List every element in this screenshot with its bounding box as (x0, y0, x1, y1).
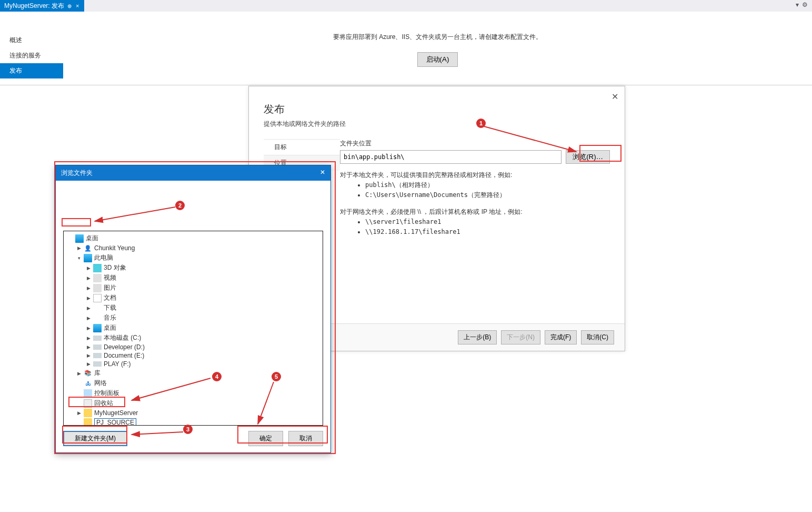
folder3d-icon (93, 264, 102, 272)
help-local-ex2: C:\Users\Username\Documents（完整路径） (365, 190, 610, 200)
download-icon (93, 304, 102, 312)
sidebar-item-publish[interactable]: 发布 (0, 63, 63, 78)
folder-location-label: 文件夹位置 (340, 139, 610, 148)
new-folder-button[interactable]: 新建文件夹(M) (63, 431, 127, 446)
tab-bar: MyNugetServer: 发布 ⊕ × ▾ ⚙ (0, 0, 812, 12)
active-tab[interactable]: MyNugetServer: 发布 ⊕ × (0, 0, 84, 12)
tab-settings-icon[interactable]: ⚙ (802, 1, 808, 8)
folder-icon (84, 418, 92, 426)
monitor-icon (93, 324, 102, 332)
tree-item[interactable]: ▶图片 (66, 283, 320, 293)
tree-item[interactable]: ▶Document (E:) (66, 351, 320, 360)
publish-dialog-subtitle: 提供本地或网络文件夹的路径 (264, 120, 610, 129)
user-icon: 👤 (84, 244, 92, 252)
browse-folder-dialog: 浏览文件夹 ✕ 桌面 ▶👤Chunkit Yeung ▾此电脑 ▶3D 对象▶视… (55, 165, 331, 453)
publish-panel: 概述 连接的服务 发布 要将应用部署到 Azure、IIS、文件夹或另一台主机，… (0, 12, 812, 85)
pc-icon (84, 254, 92, 262)
publish-sidebar: 概述 连接的服务 发布 (0, 12, 63, 85)
help-net: 对于网络文件夹，必须使用 \\ ，后跟计算机名称或 IP 地址，例如: (340, 207, 610, 217)
help-text: 对于本地文件夹，可以提供项目的完整路径或相对路径，例如: publish\（相对… (340, 170, 610, 237)
disk-icon (93, 353, 102, 358)
control-panel-icon (84, 389, 92, 398)
tab-close-icon[interactable]: × (75, 3, 80, 9)
browse-dialog-title: 浏览文件夹 (61, 169, 93, 178)
help-local: 对于本地文件夹，可以提供项目的完整路径或相对路径，例如: (340, 170, 610, 180)
browse-button[interactable]: 浏览(R)… (566, 150, 610, 164)
ok-button[interactable]: 确定 (248, 431, 283, 446)
disk-icon (93, 336, 102, 341)
sidebar-item-connected[interactable]: 连接的服务 (0, 48, 63, 63)
next-button: 下一步(N) (501, 330, 540, 344)
tree-item[interactable]: ▶音乐 (66, 313, 320, 323)
publish-message: 要将应用部署到 Azure、IIS、文件夹或另一台主机，请创建发布配置文件。 (333, 33, 542, 42)
tree-item[interactable]: ▶本地磁盘 (C:) (66, 333, 320, 343)
tree-item[interactable]: ▶桌面 (66, 323, 320, 333)
library-icon: 📚 (84, 369, 92, 378)
tree-item[interactable]: ▶Developer (D:) (66, 343, 320, 351)
tree-library[interactable]: ▶📚库 (66, 368, 320, 378)
tree-item[interactable]: ▶文档 (66, 293, 320, 303)
publish-dialog-title: 发布 (264, 102, 610, 116)
tab-dropdown-icon[interactable]: ▾ (796, 1, 799, 8)
help-net-ex1: \\server1\fileshare1 (365, 217, 610, 227)
start-button[interactable]: 启动(A) (417, 52, 458, 67)
tree-item[interactable]: ▶PLAY (F:) (66, 360, 320, 368)
cancel-button[interactable]: 取消 (288, 431, 323, 446)
tree-nuget-folder[interactable]: ▶MyNugetServer (66, 408, 320, 418)
tab-pin-icon[interactable]: ⊕ (67, 3, 72, 9)
pic-icon (93, 284, 102, 292)
tree-control-panel[interactable]: 控制面板 (66, 388, 320, 398)
step-target[interactable]: 目标 (264, 139, 340, 155)
help-local-ex1: publish\（相对路径） (365, 180, 610, 190)
desktop-icon (75, 234, 84, 243)
cancel-button[interactable]: 取消(C) (581, 330, 614, 344)
tree-item[interactable]: ▶3D 对象 (66, 263, 320, 273)
doc-icon (93, 294, 102, 302)
tree-user[interactable]: ▶👤Chunkit Yeung (66, 243, 320, 253)
tree-item[interactable]: ▶视频 (66, 273, 320, 283)
tree-item[interactable]: ▶下载 (66, 303, 320, 313)
folder-location-input[interactable] (340, 150, 562, 164)
finish-button[interactable]: 完成(F) (545, 330, 577, 344)
tree-desktop[interactable]: 桌面 (66, 233, 320, 243)
publish-dialog-close-icon[interactable]: ✕ (611, 92, 618, 102)
help-net-ex2: \\192.168.1.17\fileshare1 (365, 227, 610, 237)
folder-icon (84, 409, 92, 417)
folder-tree[interactable]: 桌面 ▶👤Chunkit Yeung ▾此电脑 ▶3D 对象▶视频▶图片▶文档▶… (63, 231, 323, 426)
sidebar-item-overview[interactable]: 概述 (0, 33, 63, 48)
browse-dialog-close-icon[interactable]: ✕ (320, 169, 325, 178)
tree-this-pc[interactable]: ▾此电脑 (66, 253, 320, 263)
music-icon (93, 314, 102, 322)
video-icon (93, 274, 102, 282)
back-button[interactable]: 上一步(B) (458, 330, 497, 344)
tab-title: MyNugetServer: 发布 (4, 2, 64, 11)
tree-network[interactable]: 🖧网络 (66, 378, 320, 388)
recycle-icon (84, 399, 92, 408)
disk-icon (93, 361, 102, 367)
network-icon: 🖧 (84, 379, 92, 388)
tree-recycle-bin[interactable]: 回收站 (66, 398, 320, 408)
disk-icon (93, 344, 102, 350)
tree-new-folder[interactable]: PJ_SOURCE (66, 418, 320, 426)
